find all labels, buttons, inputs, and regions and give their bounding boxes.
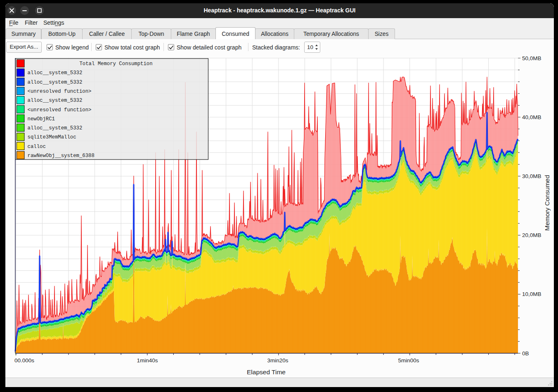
svg-text:Total Memory Consumption: Total Memory Consumption — [79, 61, 152, 67]
svg-text:Elapsed Time: Elapsed Time — [247, 369, 286, 376]
svg-text:rawNewObj__system_6388: rawNewObj__system_6388 — [28, 153, 95, 159]
svg-text:<unresolved function>: <unresolved function> — [28, 107, 92, 113]
svg-text:30,0MB: 30,0MB — [522, 173, 541, 179]
svg-text:3min20s: 3min20s — [267, 357, 288, 364]
svg-text:alloc__system_5332: alloc__system_5332 — [28, 70, 83, 76]
svg-text:1min40s: 1min40s — [137, 357, 158, 364]
svg-text:0B: 0B — [522, 350, 529, 357]
svg-text:sqlite3MemMalloc: sqlite3MemMalloc — [28, 134, 76, 140]
svg-text:00.000s: 00.000s — [14, 357, 34, 364]
svg-text:alloc__system_5332: alloc__system_5332 — [28, 80, 83, 85]
svg-text:<unresolved function>: <unresolved function> — [28, 89, 92, 94]
svg-text:newObjRC1: newObjRC1 — [28, 116, 55, 122]
svg-text:Memory Consumed: Memory Consumed — [544, 175, 551, 230]
svg-text:10,0MB: 10,0MB — [522, 291, 541, 297]
svg-text:20,0MB: 20,0MB — [522, 232, 541, 238]
svg-text:alloc__system_5332: alloc__system_5332 — [28, 98, 83, 103]
svg-text:5min00s: 5min00s — [398, 357, 419, 364]
svg-text:40,0MB: 40,0MB — [522, 114, 541, 120]
svg-text:50,0MB: 50,0MB — [522, 55, 541, 61]
svg-text:calloc: calloc — [28, 144, 46, 150]
svg-text:alloc__system_5332: alloc__system_5332 — [28, 125, 83, 131]
